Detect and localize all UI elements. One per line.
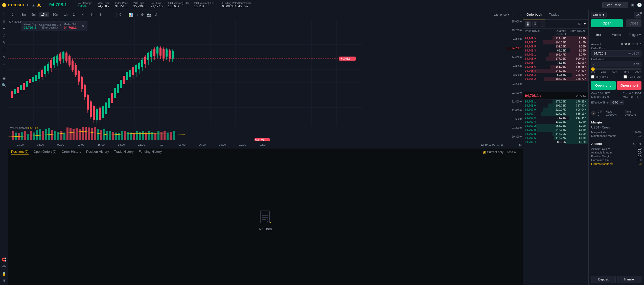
lock-tool[interactable]: 🔒 <box>1 270 7 277</box>
tf-5m[interactable]: 5m <box>30 12 37 17</box>
magnet-tool[interactable]: 🧲 <box>1 256 7 263</box>
brand-logo[interactable]: 🟡 BTCUSDT ▼ <box>2 3 29 7</box>
tab-trades[interactable]: Trades <box>545 10 563 19</box>
cursor-tool[interactable]: ↖ <box>1 11 7 18</box>
tab-market[interactable]: Market <box>607 31 626 39</box>
orderbook-ask-row[interactable]: 94,709.1 162.47K 1.07M <box>523 53 588 57</box>
tab-trigger[interactable]: Trigger ▾ <box>626 31 644 39</box>
tf-1h[interactable]: 1h <box>62 12 69 17</box>
available-add-icon[interactable]: ↗ <box>639 42 641 46</box>
sell-tp-sl-check[interactable] <box>624 75 627 79</box>
lead-trade-button[interactable]: Lead Trade → <box>602 2 628 8</box>
transfer-button[interactable]: Transfer <box>617 276 642 283</box>
chart-canvas-area[interactable]: O4,809.8 H94,572.7 C94,708.1 -56.2 (-0.0… <box>8 19 523 126</box>
orderbook-bid-row[interactable]: 94,706.4 88.15K 1.92M <box>523 140 588 144</box>
cost-value-input[interactable]: 0 USDT <box>591 61 641 67</box>
close-button[interactable]: Close <box>626 19 641 27</box>
panel-close-button[interactable]: ✕ <box>639 11 642 15</box>
orderbook-ask-row[interactable]: 94,709.3 65.13K 1.13M <box>523 48 588 53</box>
line-tool[interactable]: ╱ <box>1 32 7 39</box>
orderbook-bid-row[interactable]: 94,707.0 244.38K 1.54M <box>523 128 588 132</box>
tab-limit[interactable]: Limit <box>589 31 607 39</box>
current-only-radio[interactable] <box>483 151 486 154</box>
slider-thumb[interactable] <box>591 67 595 71</box>
tf-2h[interactable]: 2h <box>71 12 78 17</box>
orderbook-bid-row[interactable]: 94,706.8 147.00K 1.69M <box>523 132 588 136</box>
tf-3m[interactable]: 3m <box>20 12 28 17</box>
zoom-tool[interactable]: 🔍 <box>1 82 7 88</box>
tf-30m[interactable]: 30m <box>51 12 60 17</box>
tab-orderbook[interactable]: Orderbook <box>523 10 545 19</box>
open-long-button[interactable]: Open long <box>591 81 616 90</box>
screenshot-icon[interactable]: 📷 <box>147 13 151 17</box>
orderbook-ask-row[interactable]: 94,709.9 129.42K 1.59M <box>523 36 588 40</box>
measure-tool[interactable]: ↔ <box>1 61 7 67</box>
draw-tool[interactable]: ✎ <box>1 39 7 46</box>
indicators-icon[interactable]: ⎍ <box>136 13 138 17</box>
orderbook-ask-row[interactable]: 94,708.3 59.88K 248.60K <box>523 73 588 77</box>
tab-order-history[interactable]: Order History <box>62 150 81 155</box>
drag-tool[interactable]: ⠿ <box>1 18 7 25</box>
orderbook-ask-row[interactable]: 94,708.2 188.72K 188.72K <box>523 77 588 81</box>
symbol-name[interactable]: BTCUSDT <box>8 3 25 7</box>
margin-mode-selector[interactable]: Cross ▼ <box>591 12 607 18</box>
tf-more[interactable]: ··· <box>107 12 113 17</box>
tf-6h[interactable]: 6h <box>89 12 96 17</box>
orderbook-bid-row[interactable]: 94,707.2 253.23K 1.29M <box>523 124 588 128</box>
split-icon[interactable]: ⊡ <box>518 13 521 17</box>
notifications-icon[interactable]: 🔔 <box>37 3 41 7</box>
orderbook-bid-row[interactable]: 94,707.7 227.14K 835.19K <box>523 112 588 116</box>
eye-tool[interactable]: 👁 <box>1 263 7 270</box>
ob-precision-selector[interactable]: 0.1 ▼ <box>578 22 586 26</box>
deposit-button[interactable]: Deposit <box>591 276 616 283</box>
settings-icon[interactable]: ⚙ <box>141 13 144 17</box>
chart-view-icon[interactable]: ▣ <box>32 3 35 7</box>
fullscreen-icon[interactable]: ⛶ <box>512 13 515 17</box>
orderbook-ask-row[interactable]: 94,709.5 131.26K 1.26M <box>523 44 588 48</box>
orderbook-ask-row[interactable]: 94,709.7 194.33K 1.46M <box>523 40 588 44</box>
buy-tp-sl-check[interactable] <box>591 75 594 79</box>
tab-open-orders[interactable]: Open Orders(0) <box>34 150 57 155</box>
tf-8h[interactable]: 8h <box>98 12 105 17</box>
tab-trade-history[interactable]: Trade History <box>114 150 134 155</box>
orderbook-bid-row[interactable]: 94,707.6 78.15K 913.34K <box>523 116 588 120</box>
tooltip-close-button[interactable]: ✕ <box>82 24 85 28</box>
orderbook-ask-row[interactable]: 94,708.9 177.02K 909.09K <box>523 57 588 61</box>
orderbook-bid-row[interactable]: 94,706.6 144.27K 1.83M <box>523 136 588 140</box>
trash-tool[interactable]: 🗑 <box>1 277 7 284</box>
refresh-icon[interactable]: ↺ <box>154 13 157 17</box>
clock-icon[interactable]: 🕐 <box>637 3 642 7</box>
ob-view-asks[interactable]: ⠿ <box>532 21 538 27</box>
ob-view-bids[interactable]: ⣤ <box>540 21 545 27</box>
candlestick-chart[interactable]: 94,708.1 <box>8 19 523 126</box>
indicator-tool[interactable]: ◉ <box>1 75 7 81</box>
crosshair-tool[interactable]: ✛ <box>1 25 7 32</box>
orderbook-bid-row[interactable]: 94,708.1 178.25K 178.25K <box>523 99 588 103</box>
tab-position-history[interactable]: Position History <box>86 150 109 155</box>
tab-positions[interactable]: Positions(0) <box>11 150 29 155</box>
tf-1m[interactable]: 1m <box>10 12 18 17</box>
grid-icon[interactable]: ▣ <box>631 3 634 7</box>
open-short-button[interactable]: Open short <box>617 81 642 90</box>
tf-4h[interactable]: 4h <box>80 12 87 17</box>
orderbook-ask-row[interactable]: 94,708.4 246.02K 494.63K <box>523 69 588 73</box>
slider-track[interactable] <box>591 68 641 70</box>
open-button[interactable]: Open <box>591 19 623 27</box>
effective-time-select[interactable]: GTC IOC FOK <box>610 100 624 105</box>
orderbook-bid-row[interactable]: 94,707.4 132.12K 1.04M <box>523 120 588 124</box>
orderbook-ask-row[interactable]: 94,708.6 161.05K 655.68K <box>523 65 588 69</box>
tf-15m[interactable]: 15m <box>39 12 49 17</box>
tab-funding-history[interactable]: Funding History <box>139 150 162 155</box>
tf-mode[interactable]: 0 <box>120 13 121 16</box>
close-all-link[interactable]: Close all... <box>505 150 520 154</box>
chart-type-icon[interactable]: 📊 <box>128 13 133 17</box>
fib-tool[interactable]: ≈ <box>1 54 7 60</box>
orderbook-ask-row[interactable]: 94,708.7 76.38K 732.06K <box>523 61 588 65</box>
text-tool[interactable]: T <box>1 68 7 74</box>
order-price-input[interactable]: 94,726.3 Last USDT <box>591 50 641 57</box>
symbol-dropdown-icon[interactable]: ▼ <box>26 4 29 6</box>
orderbook-bid-row[interactable]: 94,708.0 209.72K 387.97K <box>523 103 588 108</box>
ob-view-both[interactable]: ⣿ <box>525 21 531 27</box>
price-type-selector[interactable]: Last price ▾ <box>494 13 509 16</box>
shape-tool[interactable]: ◻ <box>1 46 7 53</box>
